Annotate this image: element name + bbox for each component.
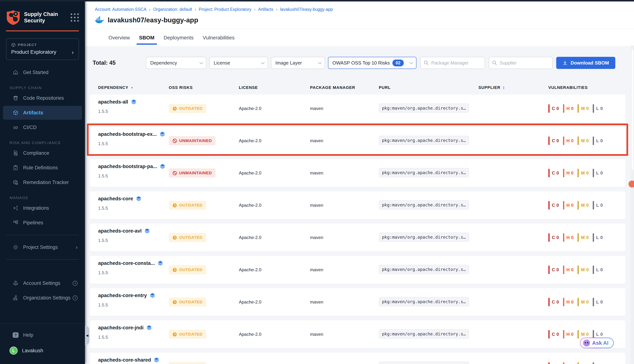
clock-icon: [172, 300, 177, 304]
oss-risk-cell: OUTDATED: [169, 233, 239, 242]
sidebar-item-remediation-tracker[interactable]: Remediation Tracker: [3, 176, 82, 189]
purl-value[interactable]: pkg:maven/org.apache.directory.s…: [379, 265, 469, 274]
image-layer-filter-select[interactable]: Image Layer: [271, 57, 325, 69]
sidebar-nav: Get Started SUPPLY CHAIN Code Repositori…: [0, 65, 85, 306]
info-icon[interactable]: i: [73, 281, 78, 286]
ask-ai-button[interactable]: Ask AI: [580, 338, 614, 348]
info-icon[interactable]: i: [73, 296, 78, 300]
dependency-name: apacheds-bootstrap-ex...: [98, 132, 157, 137]
download-sbom-button[interactable]: Download SBOM: [556, 57, 615, 69]
tab-deployments[interactable]: Deployments: [161, 35, 196, 46]
purl-value[interactable]: pkg:maven/org.apache.directory.s…: [379, 297, 469, 306]
medium-count: M0: [577, 266, 588, 274]
supplier-input[interactable]: [489, 57, 552, 69]
dependency-filter-select[interactable]: Dependency: [146, 57, 206, 69]
breadcrumb-artifacts[interactable]: Artifacts: [258, 7, 273, 12]
table-row[interactable]: apacheds-core-shared 1.5.5 OUTDATED Apac…: [90, 353, 625, 364]
clock-icon: [172, 332, 177, 337]
project-selector[interactable]: PROJECT Product Exploratory ›: [6, 38, 79, 60]
purl-value[interactable]: pkg:maven/org.apache.directory.s…: [379, 136, 469, 145]
oss-risk-badge: OUTDATED: [169, 330, 206, 339]
dependency-version: 1.5.5: [98, 109, 169, 114]
medium-count: M0: [577, 362, 588, 364]
column-header-supplier[interactable]: SUPPLIER▲▼: [478, 85, 548, 90]
dependency-name: apacheds-core: [98, 196, 133, 202]
purl-value[interactable]: pkg:maven/org.apache.directory.s…: [379, 329, 469, 338]
purl-cell: pkg:maven/org.apache.directory.s…: [379, 265, 478, 275]
vulnerabilities-cell: C0 H0 M0 L0: [548, 169, 625, 177]
scrollbar-track[interactable]: [631, 46, 634, 364]
oss-risk-cell: OUTDATED: [169, 201, 239, 210]
sidebar-item-integrations[interactable]: Integrations: [3, 201, 82, 215]
sidebar-item-account-settings[interactable]: Account Settings i: [3, 276, 82, 290]
purl-cell: pkg:maven/org.apache.directory.s…: [379, 297, 478, 307]
critical-count: C0: [548, 266, 559, 274]
tab-overview[interactable]: Overview: [106, 35, 132, 46]
dependency-cell: apacheds-core-consta... 1.5.5: [98, 260, 169, 275]
dependency-version: 1.5.5: [98, 141, 169, 146]
dependency-cell: apacheds-core-shared 1.5.5: [98, 357, 169, 364]
sidebar-item-pipelines[interactable]: Pipelines: [3, 216, 82, 230]
sidebar-item-artifacts[interactable]: Artifacts: [3, 106, 82, 120]
sidebar: Supply Chain Security PROJECT Product Ex…: [0, 0, 85, 364]
dependency-cell: apacheds-all 1.5.5: [98, 99, 169, 114]
package-manager-input[interactable]: [420, 57, 485, 69]
oss-risk-badge: OUTDATED: [169, 298, 206, 307]
oss-risk-label: OUTDATED: [179, 235, 202, 240]
sidebar-item-rule-definitions[interactable]: Rule Definitions: [3, 161, 82, 175]
tab-sbom[interactable]: SBOM: [137, 35, 157, 46]
vulnerabilities-cell: C0 H0 M0 L0: [548, 233, 625, 242]
oss-risk-label: OUTDATED: [179, 106, 202, 111]
owasp-risks-filter-select[interactable]: OWASP OSS Top 10 Risks 02: [328, 57, 416, 69]
table-row[interactable]: apacheds-bootstrap-pa... 1.5.5 UNMAINTAI…: [90, 159, 625, 187]
sidebar-item-code-repositories[interactable]: Code Repositories: [3, 91, 82, 105]
oss-risk-cell: OUTDATED: [169, 298, 239, 307]
table-row[interactable]: apacheds-core-entry 1.5.5 OUTDATED Apach…: [90, 288, 625, 316]
sidebar-item-organization-settings[interactable]: Organization Settings i: [3, 291, 82, 305]
module-grid-icon[interactable]: [71, 14, 79, 22]
app-logo-row: Supply Chain Security: [6, 10, 79, 25]
license-filter-select[interactable]: License: [209, 57, 268, 69]
project-name: Product Exploratory: [11, 49, 56, 55]
sidebar-item-compliance[interactable]: Compliance: [3, 146, 82, 160]
purl-value[interactable]: pkg:maven/org.apache.directory.s…: [379, 168, 469, 177]
code-repo-icon: [13, 95, 19, 101]
layers-icon: [150, 292, 155, 298]
dependency-version: 1.5.5: [98, 206, 169, 211]
user-menu[interactable]: L Lavakush: [0, 343, 85, 358]
purl-value[interactable]: pkg:maven/org.apache.directory.s…: [379, 362, 469, 364]
table-row[interactable]: apacheds-core-avl 1.5.5 OUTDATED Apache-…: [90, 224, 625, 252]
breadcrumb-artifact-name[interactable]: lavakush07/easy-buggy-app: [280, 7, 333, 12]
table-row[interactable]: apacheds-core-consta... 1.5.5 OUTDATED A…: [90, 256, 625, 284]
breadcrumb-account[interactable]: Account: Automation-SSCA: [95, 7, 146, 12]
low-count: L0: [593, 362, 603, 364]
sidebar-item-cicd[interactable]: ∞ CI/CD: [3, 120, 82, 134]
account-settings-icon: [13, 280, 19, 286]
column-header-dependency[interactable]: DEPENDENCY▼: [98, 85, 169, 90]
breadcrumb-organization[interactable]: Organization: default: [153, 7, 192, 12]
sidebar-item-get-started[interactable]: Get Started: [3, 66, 82, 79]
organization-settings-icon: [13, 295, 19, 301]
purl-value[interactable]: pkg:maven/org.apache.directory.s…: [379, 232, 469, 242]
clock-icon: [172, 106, 177, 111]
layers-icon: [154, 357, 159, 363]
dependency-version: 1.5.5: [98, 270, 169, 275]
breadcrumb-project[interactable]: Project: Product Exploratory: [199, 7, 251, 12]
tab-vulnerabilities[interactable]: Vulnerabilities: [200, 35, 237, 46]
scrollbar-thumb[interactable]: [631, 49, 634, 170]
table-row[interactable]: apacheds-bootstrap-ex... 1.5.5 UNMAINTAI…: [90, 127, 625, 155]
purl-value[interactable]: pkg:maven/org.apache.directory.s…: [379, 200, 469, 210]
divider: [6, 259, 79, 260]
dependency-version: 1.5.5: [98, 238, 169, 243]
oss-risk-badge: OUTDATED: [169, 265, 206, 274]
gear-icon: [13, 244, 19, 250]
sort-icon: ▲▼: [503, 86, 505, 90]
sidebar-item-help[interactable]: ? Help: [3, 328, 82, 342]
table-row[interactable]: apacheds-core 1.5.5 OUTDATED Apache-2.0 …: [90, 191, 625, 219]
table-row[interactable]: apacheds-core-jndi 1.5.5 OUTDATED Apache…: [90, 320, 625, 348]
sidebar-collapse-handle[interactable]: ◀: [85, 326, 89, 345]
purl-value[interactable]: pkg:maven/org.apache.directory.s…: [379, 104, 469, 113]
package-manager-cell: maven: [310, 106, 379, 111]
table-row[interactable]: apacheds-all 1.5.5 OUTDATED Apache-2.0 m…: [90, 94, 625, 122]
sidebar-item-project-settings[interactable]: Project Settings ›: [3, 240, 82, 254]
